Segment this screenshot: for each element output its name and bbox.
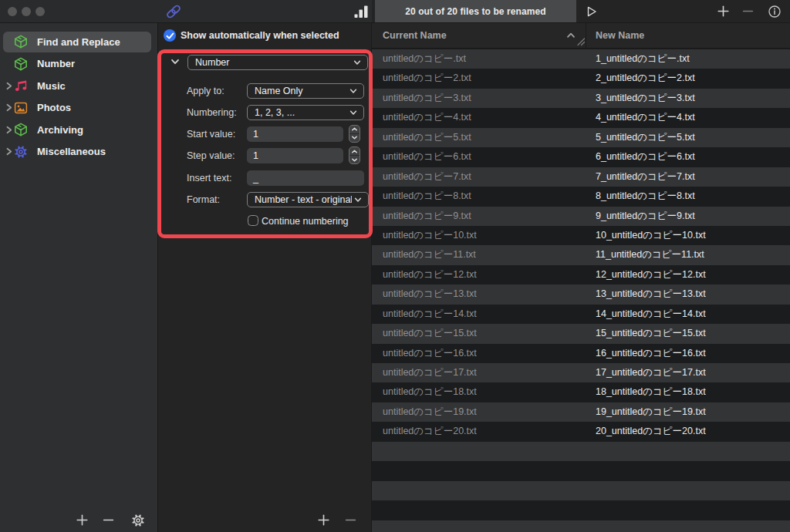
add-files-plus-icon[interactable] (717, 5, 731, 19)
form-text-field[interactable]: _ (247, 170, 364, 186)
settings-gear-icon[interactable] (130, 513, 145, 527)
stepper-down-icon[interactable] (349, 134, 360, 142)
table-row[interactable]: untitledのコピー6.txt6_untitledのコピー6.txt (372, 147, 790, 167)
column-resize-grip-icon[interactable] (576, 37, 586, 46)
minimize-window-button[interactable] (22, 7, 31, 16)
remove-files-minus-icon[interactable] (741, 5, 755, 19)
stepper-down-icon[interactable] (349, 156, 360, 163)
table-row[interactable]: untitledのコピー17.txt17_untitledのコピー17.txt (372, 363, 790, 382)
current-name-cell: untitledのコピー3.txt (383, 89, 471, 108)
form-select[interactable]: Number - text - original (247, 192, 369, 207)
current-name-cell: untitledのコピー11.txt (383, 245, 476, 264)
form-text-field[interactable]: 1 (247, 148, 343, 163)
field-value: 1 (247, 129, 258, 140)
column-header-new-name[interactable]: New Name (596, 23, 644, 48)
table-row[interactable]: untitledのコピー19.txt19_untitledのコピー19.txt (372, 402, 790, 422)
remove-action-minus-icon[interactable] (102, 513, 115, 527)
new-name-cell: 16_untitledのコピー16.txt (596, 344, 706, 363)
sidebar-item-label: Miscellaneous (37, 146, 106, 157)
table-row[interactable]: untitledのコピー12.txt12_untitledのコピー12.txt (372, 265, 790, 285)
chevron-right-icon[interactable] (5, 82, 13, 90)
sidebar-item-photos[interactable]: Photos (0, 97, 157, 120)
table-row[interactable]: untitledのコピー15.txt15_untitledのコピー15.txt (372, 324, 790, 343)
column-divider[interactable] (586, 23, 586, 48)
table-row[interactable]: untitledのコピー14.txt14_untitledのコピー14.txt (372, 305, 790, 324)
form-label: Format: (187, 194, 220, 205)
new-name-cell: 17_untitledのコピー17.txt (596, 363, 706, 382)
table-row[interactable]: untitledのコピー11.txt11_untitledのコピー11.txt (372, 245, 790, 264)
table-row[interactable]: untitledのコピー20.txt20_untitledのコピー20.txt (372, 422, 790, 441)
disclosure-chevron-icon[interactable] (170, 57, 180, 66)
table-row[interactable]: untitledのコピー4.txt4_untitledのコピー4.txt (372, 108, 790, 127)
continue-numbering-checkbox[interactable] (248, 215, 258, 226)
new-name-cell: 18_untitledのコピー18.txt (596, 382, 706, 402)
link-icon[interactable] (164, 3, 183, 20)
stepper-up-icon[interactable] (349, 147, 360, 155)
show-automatically-label: Show automatically when selected (181, 30, 339, 41)
file-table: Current Name New Name untitledのコピー.txt1_… (372, 23, 790, 532)
current-name-cell: untitledのコピー8.txt (383, 187, 471, 206)
table-row[interactable]: untitledのコピー3.txt3_untitledのコピー3.txt (372, 89, 790, 108)
remove-step-minus-icon[interactable] (344, 513, 357, 527)
stepper-control[interactable] (349, 146, 360, 164)
status-text: 20 out of 20 files to be renamed (405, 6, 546, 17)
table-row[interactable]: untitledのコピー7.txt7_untitledのコピー7.txt (372, 167, 790, 187)
new-name-cell: 4_untitledのコピー4.txt (596, 108, 695, 127)
table-empty-row (372, 442, 790, 461)
form-text-field[interactable]: 1 (247, 126, 343, 142)
table-row[interactable]: untitledのコピー10.txt10_untitledのコピー10.txt (372, 226, 790, 245)
new-name-cell: 12_untitledのコピー12.txt (596, 265, 706, 285)
table-rows: untitledのコピー.txt1_untitledのコピー.txtuntitl… (372, 49, 790, 532)
cube-icon (13, 34, 29, 49)
current-name-cell: untitledのコピー2.txt (383, 69, 471, 88)
sidebar-item-label: Find and Replace (37, 36, 120, 48)
table-empty-row (372, 520, 790, 532)
show-automatically-checkbox[interactable] (164, 29, 176, 42)
form-label: Apply to: (187, 86, 225, 96)
titlebar-table-section: 20 out of 20 files to be renamed (372, 0, 790, 23)
close-window-button[interactable] (8, 7, 17, 16)
info-icon[interactable] (768, 5, 782, 19)
table-row[interactable]: untitledのコピー9.txt9_untitledのコピー9.txt (372, 207, 790, 226)
table-row[interactable]: untitledのコピー2.txt2_untitledのコピー2.txt (372, 69, 790, 88)
current-name-cell: untitledのコピー9.txt (383, 207, 471, 226)
form-select[interactable]: Name Only (247, 83, 364, 99)
select-value: Number (188, 57, 351, 68)
select-value: Name Only (248, 86, 347, 96)
titlebar-sidebar-section (0, 0, 158, 23)
table-row[interactable]: untitledのコピー8.txt8_untitledのコピー8.txt (372, 187, 790, 206)
sidebar-item-label: Number (37, 58, 75, 69)
table-row[interactable]: untitledのコピー5.txt5_untitledのコピー5.txt (372, 128, 790, 147)
chevron-right-icon[interactable] (5, 147, 13, 156)
current-name-cell: untitledのコピー18.txt (383, 382, 477, 402)
zoom-window-button[interactable] (35, 7, 45, 16)
sidebar-item-find-and-replace[interactable]: Find and Replace (0, 31, 157, 53)
sidebar-item-music[interactable]: Music (0, 75, 157, 97)
action-type-select[interactable]: Number (187, 55, 368, 70)
column-header-current-name[interactable]: Current Name (383, 23, 447, 48)
form-select[interactable]: 1, 2, 3, ... (247, 105, 364, 120)
sidebar-item-number[interactable]: Number (0, 53, 157, 76)
stepper-control[interactable] (349, 125, 360, 143)
bar-chart-icon[interactable] (354, 5, 369, 19)
table-row[interactable]: untitledのコピー.txt1_untitledのコピー.txt (372, 49, 790, 69)
stepper-up-icon[interactable] (349, 126, 360, 133)
current-name-cell: untitledのコピー19.txt (383, 402, 477, 422)
table-row[interactable]: untitledのコピー13.txt13_untitledのコピー13.txt (372, 285, 790, 304)
field-value: 1 (247, 150, 258, 161)
sidebar-item-miscellaneous[interactable]: Miscellaneous (0, 141, 157, 163)
table-empty-row (372, 500, 790, 520)
table-row[interactable]: untitledのコピー16.txt16_untitledのコピー16.txt (372, 344, 790, 363)
cube-icon (13, 56, 29, 72)
current-name-cell: untitledのコピー17.txt (383, 363, 477, 382)
new-name-cell: 11_untitledのコピー11.txt (596, 245, 704, 264)
form-label: Numbering: (187, 107, 237, 118)
play-icon[interactable] (586, 5, 598, 18)
chevron-right-icon[interactable] (5, 103, 13, 112)
continue-numbering-label: Continue numbering (262, 216, 349, 227)
chevron-right-icon[interactable] (5, 126, 13, 134)
add-action-plus-icon[interactable] (76, 513, 89, 527)
table-row[interactable]: untitledのコピー18.txt18_untitledのコピー18.txt (372, 382, 790, 402)
sidebar-item-archiving[interactable]: Archiving (0, 119, 157, 141)
add-step-plus-icon[interactable] (317, 513, 330, 527)
